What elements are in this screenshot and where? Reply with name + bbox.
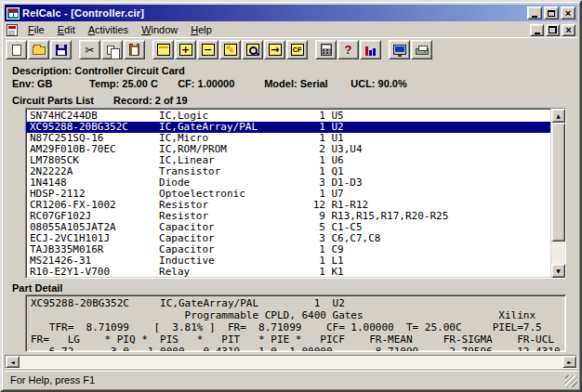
table-row[interactable]: 1N4148Diode3D1-D3 <box>30 177 550 189</box>
scroll-left-button[interactable]: ◄ <box>6 356 20 368</box>
scissors-icon: ✂ <box>85 45 94 56</box>
detail-line: 6.72 3.0 1.0000 0.4319 1.0 1.00000 8.710… <box>31 346 565 352</box>
vertical-scrollbar[interactable]: ▲ ▼ <box>550 109 565 278</box>
document-area: Description: Controller Circuit Card Env… <box>5 61 577 369</box>
resize-grip[interactable] <box>565 375 577 387</box>
table-row[interactable]: ECJ-2VC1H101JCapacitor3C6,C7,C8 <box>30 233 550 244</box>
part-detail-panel: XC95288-20BG352C IC,GateArray/PAL 1 U2 P… <box>25 294 566 352</box>
table-row[interactable]: LM7805CKIC,Linear1U6 <box>30 155 550 166</box>
close-button[interactable]: × <box>561 7 575 20</box>
monitor-icon <box>393 45 406 55</box>
app-window: RelCalc - [Controller.cir] × File Edit A… <box>0 0 582 392</box>
table-row[interactable]: TAJB335M016RCapacitor1C9 <box>30 244 550 255</box>
scroll-down-button[interactable]: ▼ <box>551 264 565 278</box>
print-preview-button[interactable] <box>389 40 410 59</box>
scrollbar-track[interactable] <box>551 242 565 264</box>
chart-button[interactable] <box>360 40 381 59</box>
parts-list-label: Circuit Parts List <box>12 95 94 106</box>
menu-bar: File Edit Activities Window Help × <box>5 21 577 37</box>
open-button[interactable] <box>28 40 49 59</box>
record-card-button[interactable] <box>152 40 174 59</box>
cell-refs: U2 <box>325 122 550 133</box>
cell-category: Relay <box>159 267 313 278</box>
mdi-minimize-button[interactable] <box>530 24 544 36</box>
cell-refs: D1-D3 <box>325 177 550 189</box>
mdi-restore-button[interactable] <box>546 24 560 36</box>
calculator-icon <box>321 44 332 56</box>
menu-activities[interactable]: Activities <box>82 23 135 37</box>
mdi-minimize-icon <box>535 33 540 34</box>
delete-record-button[interactable]: − <box>197 40 218 59</box>
save-button[interactable] <box>50 40 72 59</box>
detail-line: TFR= 8.71099 [ 3.81% ] FR= 8.71099 CF= 1… <box>31 321 565 333</box>
edit-record-button[interactable]: ✎ <box>219 40 241 59</box>
record-counter: Record: 2 of 19 <box>113 95 187 106</box>
mdi-close-button[interactable]: × <box>562 24 575 36</box>
calculate-button[interactable] <box>315 40 337 59</box>
table-row[interactable]: CR1206-FX-1002Resistor12R1-R12 <box>30 200 550 211</box>
mdi-restore-icon <box>549 26 557 33</box>
window-title: RelCalc - [Controller.cir] <box>22 7 524 19</box>
model-value: Model: Serial <box>264 78 348 89</box>
open-folder-icon <box>33 46 46 55</box>
print-button[interactable] <box>411 40 432 59</box>
arrow-right-scroll-icon: ► <box>567 359 572 365</box>
part-detail-label: Part Detail <box>5 282 577 294</box>
arrow-up-icon: ▲ <box>556 113 561 119</box>
detail-line: Programmable CPLD, 6400 Gates Xilinx <box>31 309 565 321</box>
part-detail-lines: XC95288-20BG352C IC,GateArray/PAL 1 U2 P… <box>31 297 565 352</box>
horizontal-scrollbar-track[interactable] <box>20 356 562 368</box>
cf-notebook-icon: CF <box>291 44 304 56</box>
table-row[interactable]: R10-E2Y1-V700Relay1K1 <box>30 267 550 278</box>
magnifier-icon <box>246 44 259 56</box>
parts-list-rows: SN74HC244DBIC,Logic1U5XC95288-20BG352CIC… <box>26 109 550 278</box>
app-icon[interactable] <box>7 7 20 20</box>
scrollbar-thumb[interactable] <box>551 123 565 242</box>
detail-line: FR= LG * PIQ * PIS * PIT * PIE * PICF FR… <box>31 333 565 346</box>
cell-qty: 1 <box>313 267 325 278</box>
ucl-value: UCL: 90.0% <box>351 78 407 89</box>
maximize-button[interactable] <box>544 7 559 20</box>
cell-refs: U6 <box>325 155 550 166</box>
cell-refs: U5 <box>325 111 550 122</box>
save-floppy-icon <box>56 45 67 56</box>
parts-list-caption: Circuit Parts List Record: 2 of 19 <box>5 95 577 106</box>
minimize-button[interactable] <box>527 7 542 20</box>
help-button[interactable]: ? <box>337 40 359 59</box>
cut-button[interactable]: ✂ <box>79 40 100 59</box>
status-text: For Help, press F1 <box>10 374 95 385</box>
document-icon[interactable] <box>7 24 18 36</box>
menu-file[interactable]: File <box>21 23 51 37</box>
env-value: Env: GB <box>12 78 86 89</box>
scroll-up-button[interactable]: ▲ <box>551 109 565 123</box>
printer-icon <box>416 48 429 55</box>
detail-line: XC95288-20BG352C IC,GateArray/PAL 1 U2 <box>31 297 565 309</box>
arrow-left-icon: ◄ <box>10 359 15 365</box>
new-button[interactable] <box>6 40 27 59</box>
table-row[interactable]: AM29F010B-70ECIC,ROM/PROM2U3,U4 <box>30 144 550 155</box>
parts-list: SN74HC244DBIC,Logic1U5XC95288-20BG352CIC… <box>25 108 566 279</box>
cf-notebook-button[interactable]: CF <box>286 40 308 59</box>
scroll-right-button[interactable]: ► <box>562 356 576 368</box>
toolbar: ✂ + − ✎ → CF ? <box>5 37 577 61</box>
goto-button[interactable]: → <box>264 40 285 59</box>
minimize-icon <box>532 16 537 18</box>
menu-help[interactable]: Help <box>184 23 218 37</box>
question-mark-icon: ? <box>345 44 352 56</box>
minus-icon: − <box>202 44 215 56</box>
status-bar: For Help, press F1 <box>5 371 577 387</box>
table-row[interactable]: XC95288-20BG352CIC,GateArray/PAL1U2 <box>26 122 550 133</box>
menu-edit[interactable]: Edit <box>51 23 82 37</box>
add-record-button[interactable]: + <box>175 40 196 59</box>
menu-window[interactable]: Window <box>135 23 184 37</box>
cell-refs: K1 <box>325 267 550 278</box>
clipboard-icon <box>129 44 139 56</box>
new-file-icon <box>12 45 21 56</box>
horizontal-scrollbar[interactable]: ◄ ► <box>5 355 577 369</box>
paste-button[interactable] <box>124 40 145 59</box>
find-button[interactable] <box>242 40 263 59</box>
table-row[interactable]: 2N2222ATransistor1Q1 <box>30 166 550 177</box>
pencil-icon: ✎ <box>224 44 237 56</box>
copy-button[interactable] <box>101 40 123 59</box>
parameters-line: Env: GB Temp: 25.00 C CF: 1.00000 Model:… <box>5 78 577 89</box>
